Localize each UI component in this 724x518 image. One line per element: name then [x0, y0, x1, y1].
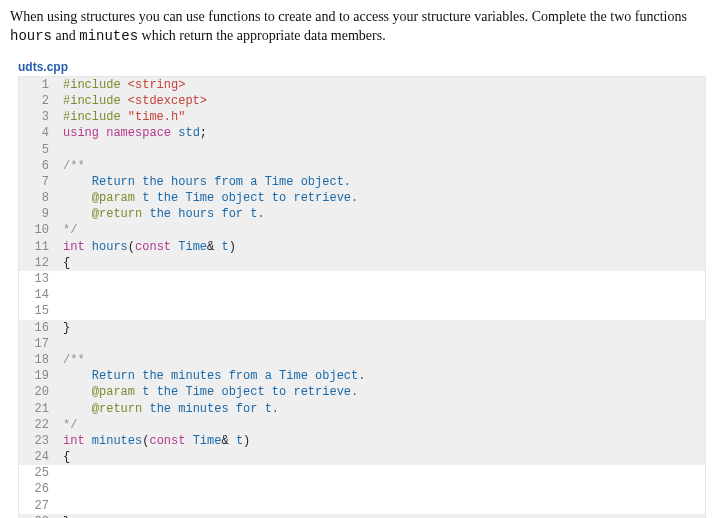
line-number: 3 [19, 109, 57, 125]
line-number: 8 [19, 190, 57, 206]
code-content: */ [57, 417, 705, 433]
code-line: 3#include "time.h" [19, 109, 705, 125]
code-content: /** [57, 352, 705, 368]
code-line: 7 Return the hours from a Time object. [19, 174, 705, 190]
code-content [57, 142, 705, 158]
line-number: 7 [19, 174, 57, 190]
code-line: 21 @return the minutes for t. [19, 401, 705, 417]
code-content[interactable] [57, 271, 705, 287]
code-content: /** [57, 158, 705, 174]
code-content: Return the hours from a Time object. [57, 174, 705, 190]
instruction-text: When using structures you can use functi… [10, 8, 714, 46]
line-number: 11 [19, 239, 57, 255]
intro-and: and [52, 28, 79, 43]
line-number: 12 [19, 255, 57, 271]
code-content: { [57, 449, 705, 465]
code-content: @return the hours for t. [57, 206, 705, 222]
line-number: 20 [19, 384, 57, 400]
code-line: 10*/ [19, 222, 705, 238]
code-content: #include <string> [57, 77, 705, 93]
filename-label: udts.cpp [18, 60, 714, 74]
code-content: Return the minutes from a Time object. [57, 368, 705, 384]
line-number: 23 [19, 433, 57, 449]
code-content: int hours(const Time& t) [57, 239, 705, 255]
code-content: int minutes(const Time& t) [57, 433, 705, 449]
code-content: @return the minutes for t. [57, 401, 705, 417]
line-number: 22 [19, 417, 57, 433]
line-number: 28 [19, 514, 57, 518]
code-content[interactable] [57, 303, 705, 319]
code-line: 5 [19, 142, 705, 158]
code-line: 24{ [19, 449, 705, 465]
intro-part2: which return the appropriate data member… [138, 28, 386, 43]
code-content: */ [57, 222, 705, 238]
line-number: 21 [19, 401, 57, 417]
code-line: 23int minutes(const Time& t) [19, 433, 705, 449]
code-content[interactable] [57, 465, 705, 481]
code-line[interactable]: 15 [19, 303, 705, 319]
line-number: 17 [19, 336, 57, 352]
code-content[interactable] [57, 481, 705, 497]
intro-part1: When using structures you can use functi… [10, 9, 687, 24]
code-content: @param t the Time object to retrieve. [57, 190, 705, 206]
code-content: #include "time.h" [57, 109, 705, 125]
code-line: 9 @return the hours for t. [19, 206, 705, 222]
code-content: using namespace std; [57, 125, 705, 141]
line-number: 15 [19, 303, 57, 319]
line-number: 6 [19, 158, 57, 174]
intro-func1: hours [10, 28, 52, 44]
code-line[interactable]: 13 [19, 271, 705, 287]
line-number: 16 [19, 320, 57, 336]
code-content: @param t the Time object to retrieve. [57, 384, 705, 400]
code-line: 17 [19, 336, 705, 352]
code-content: #include <stdexcept> [57, 93, 705, 109]
line-number: 25 [19, 465, 57, 481]
code-line: 1#include <string> [19, 77, 705, 93]
line-number: 5 [19, 142, 57, 158]
code-content[interactable] [57, 287, 705, 303]
line-number: 27 [19, 498, 57, 514]
code-line[interactable]: 25 [19, 465, 705, 481]
code-line: 12{ [19, 255, 705, 271]
code-line: 20 @param t the Time object to retrieve. [19, 384, 705, 400]
line-number: 2 [19, 93, 57, 109]
code-line: 18/** [19, 352, 705, 368]
code-line: 2#include <stdexcept> [19, 93, 705, 109]
line-number: 1 [19, 77, 57, 93]
code-line: 16} [19, 320, 705, 336]
code-line: 19 Return the minutes from a Time object… [19, 368, 705, 384]
line-number: 26 [19, 481, 57, 497]
line-number: 14 [19, 287, 57, 303]
code-line[interactable]: 26 [19, 481, 705, 497]
intro-func2: minutes [79, 28, 138, 44]
line-number: 4 [19, 125, 57, 141]
code-content: { [57, 255, 705, 271]
line-number: 13 [19, 271, 57, 287]
code-line[interactable]: 14 [19, 287, 705, 303]
code-line: 11int hours(const Time& t) [19, 239, 705, 255]
code-line: 8 @param t the Time object to retrieve. [19, 190, 705, 206]
line-number: 19 [19, 368, 57, 384]
code-content: } [57, 514, 705, 518]
code-content[interactable] [57, 498, 705, 514]
code-content: } [57, 320, 705, 336]
code-editor: 1#include <string>2#include <stdexcept>3… [18, 76, 706, 518]
code-content [57, 336, 705, 352]
line-number: 18 [19, 352, 57, 368]
line-number: 24 [19, 449, 57, 465]
code-line: 22*/ [19, 417, 705, 433]
line-number: 10 [19, 222, 57, 238]
code-line[interactable]: 27 [19, 498, 705, 514]
line-number: 9 [19, 206, 57, 222]
code-line: 6/** [19, 158, 705, 174]
code-line: 4using namespace std; [19, 125, 705, 141]
code-line: 28} [19, 514, 705, 518]
